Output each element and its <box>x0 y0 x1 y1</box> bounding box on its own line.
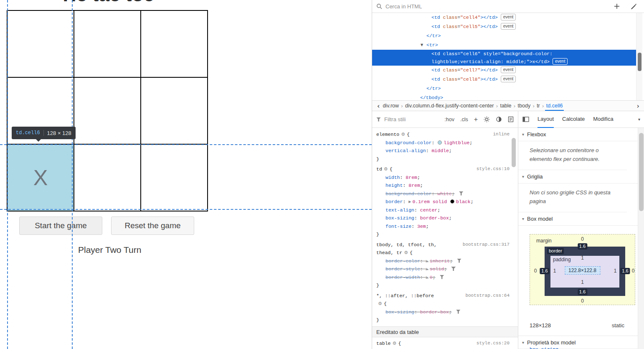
board-cell-1-1[interactable] <box>74 77 141 144</box>
padding-left-value[interactable]: 1 <box>553 268 556 274</box>
rule-source-link[interactable]: bootstrap.css:317 <box>463 241 510 249</box>
markup-row[interactable]: </tr> <box>372 84 636 93</box>
section-flexbox-header[interactable]: ▾ Flexbox <box>518 128 644 141</box>
tab-layout[interactable]: Layout <box>538 111 554 128</box>
add-node-icon[interactable] <box>614 3 620 9</box>
class-toggle-button[interactable]: .cls <box>460 117 468 122</box>
rule-property[interactable]: text-align: center; <box>372 206 518 214</box>
eyedropper-icon[interactable] <box>631 3 637 10</box>
reset-game-button[interactable]: Reset the game <box>111 217 194 235</box>
dark-mode-icon[interactable] <box>496 116 502 122</box>
rule-property[interactable]: box-sizing: border-box; <box>372 214 518 222</box>
markup-row[interactable]: </tbody> <box>372 93 636 100</box>
padding-right-value[interactable]: 1 <box>614 268 617 274</box>
styles-scrollbar-thumb[interactable] <box>512 138 516 167</box>
expand-value-arrow-icon[interactable]: ▶ <box>426 259 428 263</box>
gear-icon[interactable]: ⚙ <box>384 166 388 172</box>
filter-styles-input[interactable] <box>384 116 413 122</box>
markup-row[interactable]: ▼<tr> <box>372 41 636 50</box>
breadcrumb-item-td.cell6[interactable]: td.cell6 <box>545 101 564 111</box>
rule-property[interactable]: box-sizing: border-box; <box>372 308 518 316</box>
board-cell-0-2[interactable] <box>141 10 208 77</box>
rule-property[interactable]: background-color: white; <box>372 190 518 198</box>
rule-selector-line[interactable]: elemento⚙{inline <box>372 130 518 139</box>
expand-value-arrow-icon[interactable]: ▶ <box>408 200 411 204</box>
tab-calcolate[interactable]: Calcolate <box>562 111 585 128</box>
border-right-value[interactable]: 1.6 <box>620 268 630 274</box>
section-grid-header[interactable]: ▾ Griglia <box>518 170 644 183</box>
section-boxmodel-header[interactable]: ▾ Box model <box>518 212 644 226</box>
breadcrumb-item-tr[interactable]: tr <box>535 101 541 111</box>
event-badge[interactable]: event <box>501 23 516 30</box>
light-mode-icon[interactable] <box>484 116 490 122</box>
rule-property[interactable]: border-style: ▶solid; <box>372 265 518 273</box>
pane-toggle-icon[interactable] <box>522 117 529 122</box>
tab-modifica[interactable]: Modifica <box>593 111 613 128</box>
markup-row[interactable]: </tr> <box>372 31 636 41</box>
breadcrumb-item-div.column.d-flex.justify-content-center[interactable]: div.column.d-flex.justify-content-center <box>404 101 495 111</box>
board-cell-2-1[interactable] <box>74 144 141 211</box>
border-left-value[interactable]: 1.6 <box>540 268 549 274</box>
rule-source-link[interactable]: bootstrap.css:64 <box>465 292 510 300</box>
breadcrumb-item-table[interactable]: table <box>499 101 512 111</box>
board-cell-1-2[interactable] <box>141 77 208 144</box>
rule-source-link[interactable]: style.css:20 <box>477 339 510 348</box>
margin-bottom-value[interactable]: 0 <box>581 298 584 304</box>
rule-selector-line[interactable]: tbody, td, tfoot, th,bootstrap.css:317 <box>372 241 518 249</box>
gear-icon[interactable]: ⚙ <box>393 341 397 346</box>
expand-value-arrow-icon[interactable]: ▶ <box>426 267 428 271</box>
expand-value-arrow-icon[interactable]: ▶ <box>426 275 428 279</box>
rule-source-link[interactable]: inline <box>493 130 510 139</box>
rule-selector-line[interactable]: *, ::after, ::beforebootstrap.css:64 <box>372 292 518 300</box>
rule-property[interactable]: background-color: lightblue; <box>372 139 518 147</box>
event-badge[interactable]: event <box>501 66 516 73</box>
new-rule-button[interactable]: + <box>474 116 478 123</box>
margin-right-value[interactable]: 0 <box>632 268 635 274</box>
layout-scrollbar[interactable] <box>638 128 644 349</box>
rule-property[interactable]: vertical-align: middle; <box>372 147 518 155</box>
gear-icon[interactable]: ⚙ <box>378 301 382 306</box>
expand-arrow-icon[interactable]: ▼ <box>421 41 426 50</box>
event-badge[interactable]: event <box>501 76 516 82</box>
board-cell-2-0[interactable]: X <box>7 144 74 211</box>
rule-property[interactable]: height: 8rem; <box>372 181 518 190</box>
gear-icon[interactable]: ⚙ <box>404 250 408 255</box>
layout-scrollbar-thumb[interactable] <box>639 133 644 211</box>
rule-property[interactable]: border-color: ▶inherit; <box>372 257 518 265</box>
back-chevron-icon[interactable]: ‹ <box>375 102 381 110</box>
rule-source-link[interactable]: style.css:10 <box>477 165 510 173</box>
markup-row[interactable]: <td class="cell6" style="background-colo… <box>372 50 636 66</box>
rule-property[interactable]: border: ▶0.1rem solid black; <box>372 198 518 206</box>
overridden-filter-icon[interactable] <box>456 310 461 314</box>
rule-property[interactable]: width: 8rem; <box>372 173 518 182</box>
forward-chevron-icon[interactable]: › <box>635 102 641 110</box>
markup-scrollbar-thumb[interactable] <box>638 53 641 71</box>
breadcrumb-item-div.row[interactable]: div.row <box>381 101 400 111</box>
board-cell-0-0[interactable] <box>7 10 74 77</box>
gear-icon[interactable]: ⚙ <box>401 132 405 137</box>
markup-scrollbar[interactable] <box>636 13 642 100</box>
content-size-value[interactable]: 122.8×122.8 <box>565 266 600 275</box>
pseudo-class-button[interactable]: :hov <box>444 117 454 122</box>
rule-property[interactable]: border-width: ▶0; <box>372 273 518 282</box>
chevron-down-icon[interactable]: ▾ <box>638 117 640 122</box>
breadcrumb-item-tbody[interactable]: tbody <box>517 101 532 111</box>
markup-row[interactable]: <td class="cell7"></td>event <box>372 66 636 75</box>
padding-bottom-value[interactable]: 1 <box>581 279 584 285</box>
markup-row[interactable]: <td class="cell5"></td>event <box>372 22 636 31</box>
overridden-filter-icon[interactable] <box>440 275 444 279</box>
print-media-icon[interactable] <box>508 116 514 122</box>
markup-row[interactable]: <td class="cell4"></td>event <box>372 13 636 22</box>
margin-top-value[interactable]: 0 <box>581 236 584 242</box>
color-swatch[interactable] <box>438 140 442 145</box>
margin-left-value[interactable]: 0 <box>534 268 537 274</box>
color-swatch[interactable] <box>450 199 454 204</box>
rule-selector-line[interactable]: table⚙{style.css:20 <box>372 339 518 348</box>
rule-property[interactable]: font-size: 3em; <box>372 222 518 231</box>
rule-selector-line[interactable]: td⚙{style.css:10 <box>372 165 518 173</box>
event-badge[interactable]: event <box>553 58 568 65</box>
board-cell-2-2[interactable] <box>141 144 208 211</box>
overridden-filter-icon[interactable] <box>451 267 456 271</box>
overridden-filter-icon[interactable] <box>457 259 461 263</box>
event-badge[interactable]: event <box>501 14 516 20</box>
